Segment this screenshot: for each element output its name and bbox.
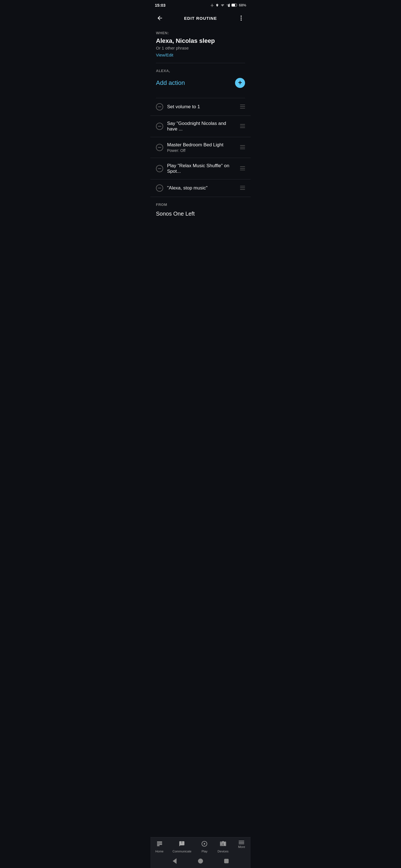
svg-rect-18 [240,189,245,190]
action-0-content: Set volume to 1 [167,104,237,110]
svg-rect-14 [240,168,245,168]
svg-rect-10 [240,145,245,146]
dot3 [240,20,242,21]
from-label: FROM [156,203,245,207]
remove-action-3-button[interactable] [156,165,163,172]
trigger-subtitle: Or 1 other phrase [156,45,245,50]
minus-icon [158,106,161,107]
action-item[interactable]: "Alexa, stop music" [150,180,251,197]
alexa-section: ALEXA, Add action + [150,63,251,93]
action-2-content: Master Bedroom Bed Light Power: Off [167,142,237,153]
action-item[interactable]: Play "Relax Music Shuffle" on Spot... [150,158,251,180]
svg-rect-12 [240,149,245,149]
from-section: FROM Sonos One Left [150,197,251,221]
status-bar: 15:03 68% [150,0,251,10]
page-header: EDIT ROUTINE [150,10,251,26]
add-action-button[interactable]: + [235,78,245,88]
location-icon [216,3,219,7]
signal-icon [226,3,230,7]
action-item[interactable]: Master Bedroom Bed Light Power: Off [150,137,251,158]
view-edit-link[interactable]: View/Edit [156,53,245,57]
remove-action-0-button[interactable] [156,103,163,111]
svg-rect-9 [240,127,245,128]
action-2-subtitle: Power: Off [167,148,237,153]
remove-action-4-button[interactable] [156,184,163,192]
status-time: 15:03 [155,3,165,7]
svg-rect-5 [240,106,245,107]
action-item[interactable]: Set volume to 1 [150,98,251,116]
action-3-content: Play "Relax Music Shuffle" on Spot... [167,163,237,174]
svg-rect-8 [240,126,245,126]
svg-rect-17 [240,187,245,188]
action-0-title: Set volume to 1 [167,104,237,110]
action-item[interactable]: Say "Goodnight Nicolas and have ... [150,116,251,137]
action-1-title: Say "Goodnight Nicolas and have ... [167,121,237,132]
action-4-title: "Alexa, stop music" [167,185,237,191]
drag-handle-2[interactable] [240,145,245,151]
drag-handle-1[interactable] [240,124,245,129]
remove-action-2-button[interactable] [156,144,163,151]
minus-icon [158,188,161,188]
svg-rect-15 [240,170,245,170]
svg-rect-7 [240,124,245,125]
trigger-title: Alexa, Nicolas sleep [156,37,245,44]
svg-rect-0 [229,4,229,7]
minus-icon [158,126,161,127]
status-icons: 68% [210,3,246,7]
add-action-row[interactable]: Add action + [156,78,245,88]
from-device-name: Sonos One Left [156,211,245,217]
back-button[interactable] [155,13,165,23]
action-1-content: Say "Goodnight Nicolas and have ... [167,121,237,132]
more-options-button[interactable] [236,13,246,23]
action-2-title: Master Bedroom Bed Light [167,142,237,148]
svg-rect-3 [232,4,235,6]
dot2 [240,18,242,19]
battery-percentage: 68% [239,3,246,7]
svg-rect-1 [228,4,229,7]
action-4-content: "Alexa, stop music" [167,185,237,191]
svg-rect-13 [240,166,245,167]
when-label: WHEN: [156,31,245,35]
svg-rect-4 [240,104,245,105]
minus-icon [158,147,161,148]
svg-rect-6 [240,108,245,108]
battery-icon [231,3,237,7]
airplane-icon [210,3,214,7]
bottom-spacer [150,221,251,249]
main-content: WHEN: Alexa, Nicolas sleep Or 1 other ph… [150,26,251,249]
action-3-title: Play "Relax Music Shuffle" on Spot... [167,163,237,174]
alexa-label: ALEXA, [156,69,245,73]
drag-handle-0[interactable] [240,104,245,110]
minus-icon [158,168,161,169]
svg-rect-16 [240,186,245,186]
plus-icon: + [238,79,242,86]
remove-action-1-button[interactable] [156,123,163,130]
svg-rect-11 [240,147,245,148]
dot1 [240,16,242,17]
drag-handle-4[interactable] [240,185,245,191]
add-action-label[interactable]: Add action [156,79,185,87]
page-title: EDIT ROUTINE [184,16,217,21]
wifi-icon [220,4,225,7]
when-section: WHEN: Alexa, Nicolas sleep Or 1 other ph… [150,26,251,63]
drag-handle-3[interactable] [240,166,245,172]
